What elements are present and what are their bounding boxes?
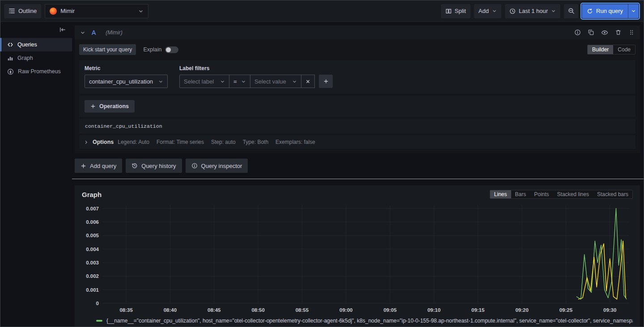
explain-control: Explain xyxy=(143,46,178,53)
options-step: Step: auto xyxy=(211,139,236,145)
graph-style-points[interactable]: Points xyxy=(530,190,553,198)
legend-item[interactable]: {__name__="container_cpu_utilization", h… xyxy=(96,316,633,325)
query-inspector-button[interactable]: Query inspector xyxy=(186,159,248,173)
graph-canvas[interactable]: 00.0010.0020.0030.0040.0050.0060.00708:3… xyxy=(82,201,633,315)
kick-start-query-button[interactable]: Kick start your query xyxy=(79,44,136,55)
outline-nav: Queries Graph Raw Prometheus xyxy=(0,38,72,78)
query-history-label: Query history xyxy=(141,163,176,169)
query-builder-section: Metric container_cpu_utilization Label f… xyxy=(79,60,636,94)
explore-main: A (Mimir) xyxy=(72,22,644,327)
graph-panel: Graph Lines Bars Points Stacked lines St… xyxy=(75,185,640,327)
label-select[interactable]: Select label xyxy=(179,75,229,88)
label-select-placeholder: Select label xyxy=(184,78,214,85)
options-exemplars: Exemplars: false xyxy=(275,139,315,145)
run-query-split-button: Run query xyxy=(582,4,639,18)
options-toggle[interactable]: Options xyxy=(93,139,114,145)
label-filters-label: Label filters xyxy=(179,65,333,71)
chevron-down-icon xyxy=(138,8,144,14)
explain-label: Explain xyxy=(143,46,161,53)
duplicate-query-icon[interactable] xyxy=(588,29,594,36)
svg-text:09:30: 09:30 xyxy=(603,307,616,313)
sidebar-item-queries[interactable]: Queries xyxy=(0,38,72,51)
graph-style-stacked-lines[interactable]: Stacked lines xyxy=(553,190,593,198)
query-inspector-label: Query inspector xyxy=(201,163,242,169)
svg-text:09:15: 09:15 xyxy=(471,307,485,313)
run-query-dropdown-button[interactable] xyxy=(628,4,639,18)
pane-resize-handle[interactable] xyxy=(72,179,644,179)
add-filter-button[interactable] xyxy=(319,75,333,88)
graph-panel-title: Graph xyxy=(82,191,102,198)
svg-text:08:40: 08:40 xyxy=(164,307,177,313)
sidebar-item-label: Raw Prometheus xyxy=(18,68,61,75)
svg-text:09:00: 09:00 xyxy=(339,307,352,313)
bar-chart-icon xyxy=(7,55,13,61)
collapse-left-icon xyxy=(59,26,66,33)
run-query-button[interactable]: Run query xyxy=(582,4,628,18)
graph-style-switch: Lines Bars Points Stacked lines Stacked … xyxy=(490,190,633,199)
chevron-right-icon[interactable] xyxy=(84,140,89,145)
operations-button-label: Operations xyxy=(99,103,129,109)
graph-style-bars[interactable]: Bars xyxy=(511,190,530,198)
collapse-sidebar-button[interactable] xyxy=(58,25,67,35)
metric-field-label: Metric xyxy=(85,65,168,71)
legend-item[interactable]: {__name__="container_cpu_utilization", h… xyxy=(96,325,633,327)
operator-select[interactable]: = xyxy=(229,75,250,88)
graph-style-stacked-bars[interactable]: Stacked bars xyxy=(593,190,632,198)
chevron-down-icon xyxy=(292,79,297,84)
info-circle-icon xyxy=(191,163,198,169)
svg-text:08:50: 08:50 xyxy=(251,307,264,313)
query-ref-id[interactable]: A xyxy=(92,29,96,36)
value-select[interactable]: Select value xyxy=(250,75,301,88)
series-color-marker xyxy=(96,320,102,322)
query-history-button[interactable]: Query history xyxy=(126,159,182,173)
add-operation-button[interactable]: Operations xyxy=(85,100,135,113)
graph-panel-header: Graph Lines Bars Points Stacked lines St… xyxy=(82,190,633,199)
operations-section: Operations xyxy=(79,96,636,117)
plus-icon xyxy=(90,104,96,109)
code-mode-button[interactable]: Code xyxy=(613,45,635,54)
outline-toggle-button[interactable]: Outline xyxy=(4,4,41,18)
metric-select-value: container_cpu_utilization xyxy=(89,78,153,85)
svg-text:09:05: 09:05 xyxy=(383,307,397,313)
split-icon xyxy=(445,8,452,14)
svg-text:0: 0 xyxy=(96,301,99,306)
chevron-down-icon xyxy=(492,8,497,13)
remove-query-trash-icon[interactable] xyxy=(615,29,622,36)
split-button[interactable]: Split xyxy=(441,4,470,18)
label-filter-row: Select label = Select valu xyxy=(179,75,333,88)
editor-mode-switch: Builder Code xyxy=(587,45,636,54)
hide-response-eye-icon[interactable] xyxy=(601,29,608,36)
add-query-button[interactable]: Add query xyxy=(75,159,122,173)
outline-icon xyxy=(8,8,15,14)
options-type: Type: Both xyxy=(243,139,268,145)
sidebar-item-label: Queries xyxy=(17,42,37,48)
zoom-out-button[interactable] xyxy=(564,4,578,18)
svg-text:09:20: 09:20 xyxy=(515,307,528,313)
svg-text:09:25: 09:25 xyxy=(559,307,573,313)
drag-handle-icon[interactable] xyxy=(628,29,635,36)
query-options-row: Options Legend: Auto Format: Time series… xyxy=(79,135,636,149)
time-range-picker[interactable]: Last 1 hour xyxy=(505,4,560,18)
top-toolbar: Outline Mimir Split Add Last 1 hour xyxy=(0,0,644,22)
remove-filter-button[interactable] xyxy=(301,75,315,88)
query-editor-panel: A (Mimir) xyxy=(75,25,640,153)
options-summary: Legend: Auto Format: Time series Step: a… xyxy=(118,139,315,145)
plus-icon xyxy=(80,163,86,169)
add-dropdown-button[interactable]: Add xyxy=(474,4,501,18)
metric-select[interactable]: container_cpu_utilization xyxy=(85,75,168,88)
query-help-icon[interactable] xyxy=(574,29,581,36)
svg-text:0.002: 0.002 xyxy=(86,273,99,279)
options-legend: Legend: Auto xyxy=(118,139,149,145)
graph-legend: {__name__="container_cpu_utilization", h… xyxy=(82,316,633,327)
sidebar-item-graph[interactable]: Graph xyxy=(0,51,72,65)
svg-text:0.004: 0.004 xyxy=(86,247,99,252)
svg-text:0.007: 0.007 xyxy=(86,206,99,211)
datasource-picker[interactable]: Mimir xyxy=(45,4,148,18)
label-filters-field: Label filters Select label = xyxy=(179,65,333,88)
builder-mode-button[interactable]: Builder xyxy=(588,45,613,54)
sidebar-item-raw-prometheus[interactable]: Raw Prometheus xyxy=(0,65,72,78)
chevron-down-icon xyxy=(551,8,556,13)
collapse-query-chevron-icon[interactable] xyxy=(80,30,85,35)
graph-style-lines[interactable]: Lines xyxy=(490,190,511,198)
explain-toggle[interactable] xyxy=(165,46,178,53)
